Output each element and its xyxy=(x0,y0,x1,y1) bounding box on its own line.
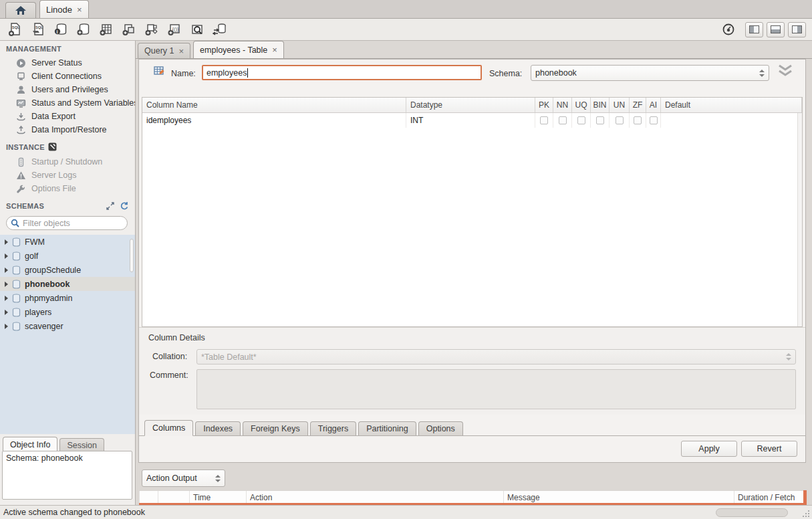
close-icon[interactable]: × xyxy=(178,46,184,56)
export-icon xyxy=(16,112,26,122)
expander-icon[interactable] xyxy=(5,296,8,301)
create-function-icon[interactable]: {()} xyxy=(165,21,183,38)
schemas-section-title: SCHEMAS xyxy=(6,202,44,210)
table-editor-panel: Name: employees Schema: phonebook Column… xyxy=(138,59,806,463)
status-scrollbar-thumb[interactable] xyxy=(716,508,788,517)
expander-icon[interactable] xyxy=(5,253,8,259)
create-schema-icon[interactable] xyxy=(74,21,92,38)
expander-icon[interactable] xyxy=(5,239,8,245)
column-details-title: Column Details xyxy=(148,333,205,342)
nn-checkbox[interactable] xyxy=(559,116,567,124)
wrench-icon xyxy=(16,184,26,194)
filter-objects-input[interactable] xyxy=(23,219,130,228)
schema-item-golf[interactable]: golf xyxy=(0,249,135,263)
tab-foreign-keys[interactable]: Foreign Keys xyxy=(243,421,308,435)
schema-select[interactable]: phonebook xyxy=(531,65,769,81)
connection-info-icon[interactable]: i xyxy=(51,21,70,38)
expander-icon[interactable] xyxy=(5,324,8,329)
sidebar-item-server-status[interactable]: Server Status xyxy=(0,56,136,70)
tree-scrollbar[interactable] xyxy=(130,239,134,272)
expander-icon[interactable] xyxy=(5,282,8,287)
editor-subtab-bar: Columns Indexes Foreign Keys Triggers Pa… xyxy=(139,419,805,436)
expander-icon[interactable] xyxy=(5,268,8,273)
column-row-idemployees[interactable]: idemployees INT xyxy=(142,113,802,128)
columns-grid-header: Column Name Datatype PK NN UQ BIN UN ZF … xyxy=(142,98,802,113)
tab-options[interactable]: Options xyxy=(418,421,463,435)
toggle-right-panel-icon[interactable] xyxy=(788,22,806,37)
pk-checkbox[interactable] xyxy=(540,116,548,124)
schema-item-scavenger[interactable]: scavenger xyxy=(0,319,135,333)
tab-session[interactable]: Session xyxy=(59,438,104,451)
bin-checkbox[interactable] xyxy=(596,116,604,124)
zf-checkbox[interactable] xyxy=(634,116,642,124)
refresh-schemas-icon[interactable] xyxy=(120,201,128,210)
toggle-left-panel-icon[interactable] xyxy=(745,22,763,37)
tab-employees-table[interactable]: employees - Table × xyxy=(193,41,284,58)
tab-indexes[interactable]: Indexes xyxy=(195,421,241,435)
schema-item-fwm[interactable]: FWM xyxy=(0,235,135,249)
reconnect-dbms-icon[interactable] xyxy=(211,21,229,38)
expander-icon[interactable] xyxy=(5,310,8,315)
sidebar-item-options-file[interactable]: Options File xyxy=(0,182,136,195)
grid-scrollbar[interactable] xyxy=(797,113,802,326)
connection-tab-label: Linode xyxy=(46,5,72,15)
tab-partitioning[interactable]: Partitioning xyxy=(358,421,416,435)
revert-button[interactable]: Revert xyxy=(741,441,797,457)
sidebar-item-client-connections[interactable]: Client Connections xyxy=(0,70,136,83)
sidebar-item-status-variables[interactable]: Status and System Variables xyxy=(0,96,136,110)
editor-tab-bar: Query 1 × employees - Table × xyxy=(136,41,812,59)
output-scrollbar[interactable] xyxy=(803,490,807,505)
tab-columns[interactable]: Columns xyxy=(144,420,193,436)
sidebar-item-users-privileges[interactable]: Users and Privileges xyxy=(0,83,136,96)
monitor-icon xyxy=(16,98,26,108)
ai-checkbox[interactable] xyxy=(650,116,658,124)
window-tab-bar: Linode × xyxy=(0,0,812,19)
search-table-data-icon[interactable] xyxy=(188,21,206,38)
name-label: Name: xyxy=(171,69,196,78)
spinner-icon xyxy=(786,353,791,360)
schema-item-groupschedule[interactable]: groupSchedule xyxy=(0,263,135,277)
toggle-bottom-panel-icon[interactable] xyxy=(767,22,785,37)
sidebar-item-data-export[interactable]: Data Export xyxy=(0,110,136,123)
action-output-select[interactable]: Action Output xyxy=(142,470,225,487)
table-name-input[interactable]: employees xyxy=(202,65,482,80)
tab-triggers[interactable]: Triggers xyxy=(310,421,356,435)
dashboard-icon[interactable] xyxy=(719,21,737,38)
tab-query-1[interactable]: Query 1 × xyxy=(138,43,190,58)
close-icon[interactable]: × xyxy=(272,45,277,55)
chevron-double-down-icon[interactable] xyxy=(777,64,794,78)
column-details-panel: Column Details Collation: *Table Default… xyxy=(139,327,805,415)
home-tab[interactable] xyxy=(5,2,36,18)
sidebar: MANAGEMENT Server Status Client Connecti… xyxy=(0,41,136,505)
object-info-text: Schema: phonebook xyxy=(6,453,83,463)
schema-item-phonebook[interactable]: phonebook xyxy=(0,277,135,291)
output-col-icon xyxy=(139,491,158,504)
create-table-icon[interactable] xyxy=(97,21,115,38)
schema-label: Schema: xyxy=(489,69,522,78)
schema-icon xyxy=(12,280,21,289)
collation-label: Collation: xyxy=(152,352,187,361)
create-view-icon[interactable] xyxy=(120,21,138,38)
status-text: Active schema changed to phonebook xyxy=(3,508,145,517)
schema-item-players[interactable]: players xyxy=(0,305,135,319)
open-sql-script-icon[interactable]: SQL xyxy=(29,21,47,38)
schema-item-phpmyadmin[interactable]: phpmyadmin xyxy=(0,291,135,305)
sidebar-item-startup-shutdown[interactable]: Startup / Shutdown xyxy=(0,155,136,169)
home-icon xyxy=(15,5,27,15)
uq-checkbox[interactable] xyxy=(577,116,585,124)
tab-object-info[interactable]: Object Info xyxy=(3,437,57,451)
apply-button[interactable]: Apply xyxy=(681,441,737,457)
new-sql-tab-icon[interactable]: SQL xyxy=(6,21,24,38)
comment-label: Comment: xyxy=(150,371,188,380)
connection-tab[interactable]: Linode × xyxy=(39,0,89,18)
comment-textarea[interactable] xyxy=(196,369,796,409)
un-checkbox[interactable] xyxy=(616,116,624,124)
collation-select[interactable]: *Table Default* xyxy=(196,349,796,365)
schema-icon xyxy=(12,237,21,247)
close-icon[interactable]: × xyxy=(77,5,82,15)
expand-schemas-icon[interactable] xyxy=(106,202,114,210)
sidebar-item-server-logs[interactable]: Server Logs xyxy=(0,169,136,182)
resize-grip[interactable] xyxy=(802,510,810,518)
create-routine-icon[interactable] xyxy=(142,21,160,38)
sidebar-item-data-import[interactable]: Data Import/Restore xyxy=(0,123,136,136)
